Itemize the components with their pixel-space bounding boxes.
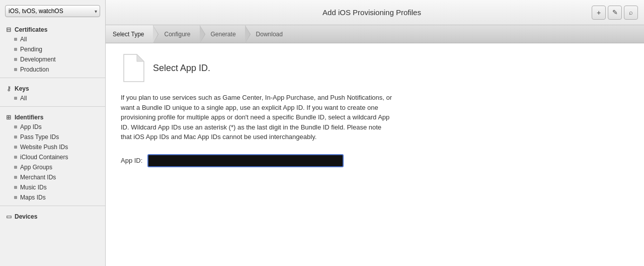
sidebar-item-maps-ids[interactable]: Maps IDs [0,192,105,203]
content-area: Select App ID. If you plan to use servic… [106,43,644,266]
bullet-icon [14,125,17,128]
sidebar-item-label: Maps IDs [20,194,46,201]
identifiers-icon: ⊞ [5,114,12,121]
sidebar-item-keys-all[interactable]: All [0,93,105,103]
bullet-icon [14,196,17,199]
sidebar: iOS, tvOS, watchOS macOS ▾ ⊟ Certificate… [0,0,106,266]
toolbar: Add iOS Provisioning Profiles + ✎ ⌕ [106,0,644,25]
sidebar-item-label: Music IDs [20,184,47,191]
content-title: Select App ID. [153,63,210,74]
identifiers-label: Identifiers [15,114,43,121]
sidebar-item-certs-all[interactable]: All [0,34,105,44]
step-label: Generate [211,31,236,38]
step-download[interactable]: Download [245,25,292,43]
bullet-icon [14,156,17,159]
add-button[interactable]: + [592,6,606,20]
bullet-icon [14,186,17,189]
keys-section: ⚷ Keys All [0,80,105,104]
identifiers-section: ⊞ Identifiers App IDs Pass Type IDs Webs… [0,109,105,204]
file-icon [121,53,145,83]
bullet-icon [14,146,17,149]
sidebar-item-label: Development [20,56,56,63]
divider [0,206,105,206]
bullet-icon [14,38,17,41]
sidebar-item-pass-type-ids[interactable]: Pass Type IDs [0,132,105,142]
bullet-icon [14,58,17,61]
sidebar-item-label: Production [20,66,49,73]
step-generate[interactable]: Generate [200,25,245,43]
app-id-row: App ID: [121,154,629,167]
content-description: If you plan to use services such as Game… [121,93,392,142]
step-label: Configure [164,31,190,38]
devices-icon: ▭ [5,213,12,220]
step-select-type[interactable]: Select Type [106,25,153,43]
sidebar-item-label: Website Push IDs [20,144,68,151]
sidebar-item-app-groups[interactable]: App Groups [0,162,105,172]
app-id-label: App ID: [121,157,142,164]
sidebar-item-label: iCloud Containers [20,154,68,161]
keys-icon: ⚷ [5,85,12,92]
toolbar-actions: + ✎ ⌕ [592,6,638,20]
devices-label: Devices [15,213,37,220]
sidebar-item-merchant-ids[interactable]: Merchant IDs [0,172,105,182]
main-content: Add iOS Provisioning Profiles + ✎ ⌕ Sele… [106,0,644,266]
sidebar-item-label: Pass Type IDs [20,134,59,141]
step-configure[interactable]: Configure [153,25,199,43]
certificates-icon: ⊟ [5,26,12,33]
step-bar: Select Type Configure Generate Download [106,25,644,43]
sidebar-item-label: All [20,36,27,43]
sidebar-item-label: All [20,95,27,102]
sidebar-item-music-ids[interactable]: Music IDs [0,182,105,192]
platform-select[interactable]: iOS, tvOS, watchOS macOS [5,5,100,17]
sidebar-item-certs-pending[interactable]: Pending [0,44,105,54]
sidebar-item-label: App IDs [20,123,42,130]
content-header: Select App ID. [121,53,629,83]
sidebar-item-website-push-ids[interactable]: Website Push IDs [0,142,105,152]
devices-header: ▭ Devices [0,211,105,221]
divider [0,78,105,78]
bullet-icon [14,176,17,179]
step-label: Select Type [113,31,144,38]
sidebar-item-certs-production[interactable]: Production [0,64,105,75]
keys-label: Keys [15,85,29,92]
sidebar-item-icloud-containers[interactable]: iCloud Containers [0,152,105,162]
bullet-icon [14,97,17,100]
divider [0,106,105,107]
bullet-icon [14,166,17,169]
bullet-icon [14,48,17,51]
bullet-icon [14,68,17,71]
certificates-header: ⊟ Certificates [0,24,105,34]
step-label: Download [256,31,283,38]
certificates-section: ⊟ Certificates All Pending Development P… [0,21,105,76]
app-id-select[interactable] [147,154,344,167]
edit-button[interactable]: ✎ [608,6,622,20]
sidebar-item-label: App Groups [20,164,52,171]
sidebar-item-label: Merchant IDs [20,174,56,181]
sidebar-item-certs-development[interactable]: Development [0,54,105,64]
sidebar-item-label: Pending [20,46,42,53]
bullet-icon [14,136,17,139]
certificates-label: Certificates [15,26,47,33]
page-title: Add iOS Provisioning Profiles [152,8,592,17]
devices-section: ▭ Devices [0,208,105,222]
sidebar-item-app-ids[interactable]: App IDs [0,122,105,132]
platform-dropdown-wrapper: iOS, tvOS, watchOS macOS ▾ [5,5,100,17]
search-button[interactable]: ⌕ [624,6,638,20]
keys-header: ⚷ Keys [0,83,105,93]
identifiers-header: ⊞ Identifiers [0,112,105,122]
